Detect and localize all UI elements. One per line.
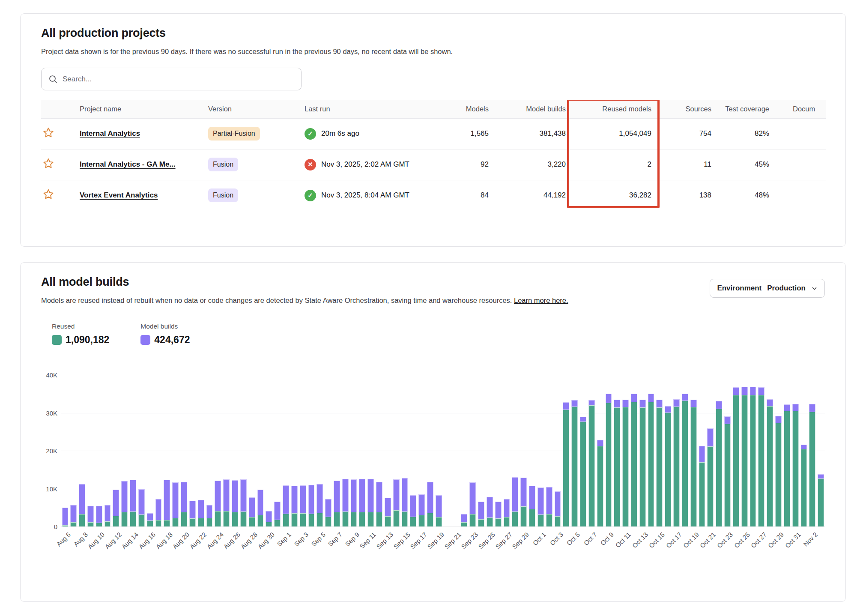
project-name-link[interactable]: Vortex Event Analytics xyxy=(80,191,158,199)
col-reused-models: Reused models xyxy=(570,100,656,118)
col-star xyxy=(41,100,80,118)
reused-models-cell: 1,054,049 xyxy=(570,118,656,149)
chart-bar-slot xyxy=(672,375,681,526)
model-builds-bar-segment xyxy=(427,482,433,513)
reused-bar-segment xyxy=(325,517,331,526)
model-builds-bar-segment xyxy=(775,416,782,423)
model-builds-bar-segment xyxy=(716,401,722,409)
model-builds-bar-segment xyxy=(724,416,731,424)
favorite-star-icon[interactable] xyxy=(42,126,55,139)
model-builds-bar-segment xyxy=(87,506,94,522)
version-badge: Fusion xyxy=(208,188,238,202)
model-builds-bar-segment xyxy=(300,485,306,513)
version-badge: Partial-Fusion xyxy=(208,127,260,141)
chart-bar-slot xyxy=(375,375,384,526)
model-builds-bar-segment xyxy=(792,404,799,411)
chart-bar-slot xyxy=(553,375,562,526)
x-axis-label: Sep 19 xyxy=(426,531,445,550)
model-builds-bar-segment xyxy=(308,485,315,514)
model-builds-bar-segment xyxy=(189,501,196,519)
model-builds-bar-segment xyxy=(325,499,331,517)
reused-bar-segment xyxy=(775,423,782,526)
run-status-icon xyxy=(305,159,316,170)
chevron-down-icon xyxy=(811,285,818,292)
projects-card-title: All production projects xyxy=(41,27,825,40)
model-builds-bar-segment xyxy=(784,404,790,411)
reused-bar-segment xyxy=(733,395,739,526)
model-builds-bar-segment xyxy=(164,480,170,520)
x-axis-label: Oct 21 xyxy=(699,531,717,549)
x-axis-label: Oct 13 xyxy=(631,531,649,549)
reused-bar-segment xyxy=(750,395,756,526)
reused-bar-segment xyxy=(266,522,272,526)
run-status-icon xyxy=(305,190,316,201)
model-builds-bar-segment xyxy=(402,478,408,511)
chart-bar-slot xyxy=(520,375,528,526)
reused-bar-segment xyxy=(402,511,408,526)
model-builds-bar-segment xyxy=(665,406,671,413)
model-builds-bar-segment xyxy=(155,499,162,520)
chart-bar-slot xyxy=(400,375,409,526)
reused-bar-segment xyxy=(716,409,722,526)
chart-bar-slot xyxy=(808,375,817,526)
last-run-cell: Nov 3, 2025, 2:02 AM GMT xyxy=(305,149,442,180)
reused-bar-segment xyxy=(614,407,620,526)
environment-select[interactable]: Environment Production xyxy=(710,279,825,298)
project-name-link[interactable]: Internal Analytics xyxy=(80,129,140,138)
project-name-cell: Internal Analytics - GA Me... xyxy=(80,149,208,180)
chart-bar-slot xyxy=(69,375,78,526)
legend-builds-label: Model builds xyxy=(140,323,190,330)
reused-bar-segment xyxy=(622,407,629,526)
model-builds-bar-segment xyxy=(283,485,289,513)
model-builds-bar-segment xyxy=(232,480,238,511)
x-axis-label: Sep 3 xyxy=(293,531,310,548)
reused-bar-segment xyxy=(342,511,349,526)
model-builds-bar-segment xyxy=(733,387,739,395)
model-builds-bar-segment xyxy=(223,479,230,511)
model-builds-cell: 3,220 xyxy=(493,149,570,180)
chart-bar-slot xyxy=(307,375,316,526)
model-builds-bar-segment xyxy=(257,490,264,514)
production-projects-card: All production projects Project data sho… xyxy=(20,13,846,247)
chart-bar-slot xyxy=(536,375,545,526)
table-header-row: Project name Version Last run Models Mod… xyxy=(41,100,826,118)
reused-bar-segment xyxy=(87,522,94,526)
chart-bar-slot xyxy=(146,375,154,526)
reused-bar-segment xyxy=(809,412,815,526)
chart-bar-slot xyxy=(273,375,282,526)
project-search[interactable] xyxy=(41,68,302,90)
x-axis-label: Aug 14 xyxy=(120,531,140,550)
model-builds-bar-segment xyxy=(520,478,527,506)
favorite-star-icon[interactable] xyxy=(42,157,55,170)
reused-bar-segment xyxy=(223,511,230,526)
documentation-cell xyxy=(793,180,826,211)
reused-bar-segment xyxy=(631,402,637,526)
x-axis-label: Aug 6 xyxy=(55,531,72,548)
chart-bar-slot xyxy=(664,375,672,526)
chart-bar-slot xyxy=(502,375,511,526)
col-test-coverage: Test coverage xyxy=(716,100,793,118)
version-badge: Fusion xyxy=(208,158,238,171)
reused-bar-segment xyxy=(385,516,391,526)
test-coverage-cell: 48% xyxy=(716,180,793,211)
model-builds-bar-segment xyxy=(606,394,612,402)
model-builds-bar-segment xyxy=(478,502,484,519)
chart-bar-slot xyxy=(367,375,375,526)
chart-bar-slot xyxy=(800,375,808,526)
model-builds-bar-segment xyxy=(622,400,629,407)
chart-bar-slot xyxy=(426,375,435,526)
model-builds-bar-segment xyxy=(614,400,620,408)
model-builds-bar-segment xyxy=(249,497,255,517)
reused-bar-segment xyxy=(291,513,298,526)
reused-bar-segment xyxy=(546,514,552,526)
learn-more-link[interactable]: Learn more here. xyxy=(514,296,568,304)
reused-bar-segment xyxy=(427,513,433,526)
builds-swatch-icon xyxy=(140,335,150,345)
search-input[interactable] xyxy=(63,75,294,84)
project-name-link[interactable]: Internal Analytics - GA Me... xyxy=(80,160,176,168)
favorite-star-icon[interactable] xyxy=(42,188,55,201)
chart-bar-slot xyxy=(698,375,706,526)
model-builds-bar-segment xyxy=(673,399,680,407)
reused-bar-segment xyxy=(215,511,221,526)
reused-bar-segment xyxy=(469,514,476,526)
